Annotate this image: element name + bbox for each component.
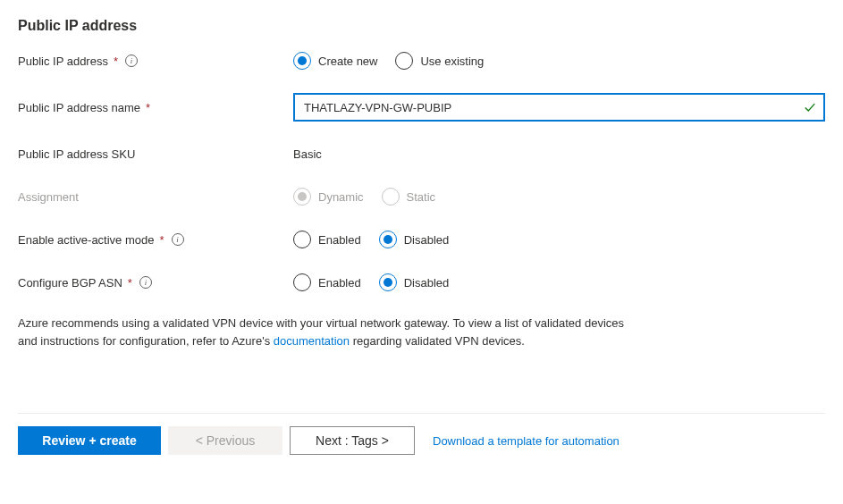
radio-active-disabled[interactable]: Disabled bbox=[379, 231, 450, 248]
radio-circle-icon bbox=[395, 52, 413, 70]
row-assignment: Assignment Dynamic Static bbox=[18, 186, 825, 207]
row-active-active: Enable active-active mode * i Enabled Di… bbox=[18, 229, 825, 250]
radio-bgp-disabled[interactable]: Disabled bbox=[379, 273, 450, 291]
radio-circle-icon bbox=[293, 273, 311, 291]
label-assignment: Assignment bbox=[18, 190, 293, 204]
radio-use-existing[interactable]: Use existing bbox=[395, 52, 484, 70]
radio-group-public-ip-address: Create new Use existing bbox=[293, 52, 825, 70]
radio-group-active-active: Enabled Disabled bbox=[293, 231, 825, 248]
info-icon[interactable]: i bbox=[139, 276, 152, 289]
row-bgp-asn: Configure BGP ASN * i Enabled Disabled bbox=[18, 272, 825, 293]
row-public-ip-sku: Public IP address SKU Basic bbox=[18, 143, 825, 164]
row-public-ip-name: Public IP address name * bbox=[18, 93, 825, 122]
label-public-ip-name: Public IP address name * bbox=[18, 101, 293, 114]
advisory-text: Azure recommends using a validated VPN d… bbox=[18, 315, 644, 350]
info-icon[interactable]: i bbox=[125, 55, 138, 67]
radio-assignment-dynamic: Dynamic bbox=[293, 188, 364, 206]
radio-active-enabled[interactable]: Enabled bbox=[293, 231, 361, 248]
radio-group-assignment: Dynamic Static bbox=[293, 188, 825, 206]
review-create-button[interactable]: Review + create bbox=[18, 426, 161, 455]
section-title: Public IP address bbox=[18, 18, 825, 34]
radio-circle-icon bbox=[293, 52, 311, 70]
value-public-ip-sku: Basic bbox=[293, 147, 322, 161]
required-indicator: * bbox=[159, 233, 164, 247]
radio-bgp-enabled[interactable]: Enabled bbox=[293, 273, 361, 291]
radio-assignment-static: Static bbox=[382, 188, 436, 206]
radio-circle-icon bbox=[293, 231, 311, 248]
radio-circle-icon bbox=[379, 231, 397, 248]
required-indicator: * bbox=[146, 101, 150, 114]
label-bgp-asn: Configure BGP ASN * i bbox=[18, 276, 293, 290]
radio-group-bgp-asn: Enabled Disabled bbox=[293, 273, 825, 291]
advisory-documentation-link[interactable]: documentation bbox=[274, 334, 350, 348]
required-indicator: * bbox=[114, 55, 118, 68]
footer: Review + create < Previous Next : Tags >… bbox=[18, 413, 825, 455]
public-ip-name-input[interactable] bbox=[293, 93, 825, 122]
radio-circle-icon bbox=[379, 273, 397, 291]
row-public-ip-address: Public IP address * i Create new Use exi… bbox=[18, 50, 825, 71]
radio-create-new[interactable]: Create new bbox=[293, 52, 377, 70]
required-indicator: * bbox=[128, 276, 132, 290]
radio-circle-icon bbox=[382, 188, 400, 206]
label-public-ip-address: Public IP address * i bbox=[18, 55, 293, 68]
label-public-ip-sku: Public IP address SKU bbox=[18, 147, 293, 161]
previous-button: < Previous bbox=[168, 426, 282, 455]
input-wrapper-public-ip-name bbox=[293, 93, 825, 122]
download-template-link[interactable]: Download a template for automation bbox=[433, 434, 620, 448]
next-button[interactable]: Next : Tags > bbox=[290, 426, 415, 455]
info-icon[interactable]: i bbox=[172, 233, 184, 246]
label-active-active: Enable active-active mode * i bbox=[18, 233, 293, 247]
radio-circle-icon bbox=[293, 188, 311, 206]
